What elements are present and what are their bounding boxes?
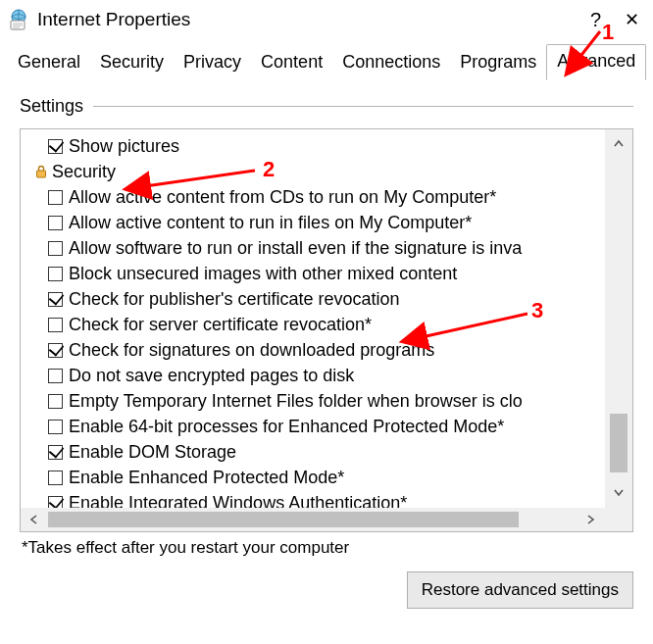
setting-label: Allow active content from CDs to run on … bbox=[69, 184, 496, 210]
setting-item[interactable]: Do not save encrypted pages to disk bbox=[30, 363, 603, 388]
setting-checkbox[interactable] bbox=[48, 318, 63, 332]
setting-item[interactable]: Check for signatures on downloaded progr… bbox=[30, 337, 603, 363]
settings-tree: Show picturesSecurityAllow active conten… bbox=[20, 128, 633, 532]
setting-checkbox[interactable] bbox=[48, 267, 63, 281]
setting-checkbox[interactable] bbox=[48, 241, 63, 256]
setting-item[interactable]: Enable 64-bit processes for Enhanced Pro… bbox=[30, 414, 603, 439]
setting-label: Enable DOM Storage bbox=[69, 439, 236, 465]
close-button[interactable]: ✕ bbox=[619, 9, 645, 30]
setting-item[interactable]: Allow active content to run in files on … bbox=[30, 210, 603, 235]
setting-label: Check for server certificate revocation* bbox=[69, 312, 372, 337]
setting-label: Show pictures bbox=[69, 133, 179, 159]
setting-checkbox[interactable] bbox=[48, 139, 63, 154]
horizontal-scrollbar[interactable] bbox=[21, 508, 605, 531]
tab-strip: GeneralSecurityPrivacyContentConnections… bbox=[8, 43, 645, 80]
tab-general[interactable]: General bbox=[8, 46, 90, 80]
setting-checkbox[interactable] bbox=[48, 190, 63, 205]
scroll-up-button[interactable] bbox=[605, 129, 632, 159]
tab-privacy[interactable]: Privacy bbox=[174, 46, 251, 80]
scroll-right-button[interactable] bbox=[578, 508, 605, 531]
setting-label: Check for signatures on downloaded progr… bbox=[69, 337, 434, 363]
setting-label: Enable Enhanced Protected Mode* bbox=[69, 465, 344, 490]
setting-label: Enable Integrated Windows Authentication… bbox=[69, 490, 407, 508]
setting-item[interactable]: Enable DOM Storage bbox=[30, 439, 603, 465]
setting-checkbox[interactable] bbox=[48, 445, 63, 460]
restore-advanced-settings-button[interactable]: Restore advanced settings bbox=[407, 571, 633, 609]
tab-connections[interactable]: Connections bbox=[332, 46, 450, 80]
setting-label: Enable 64-bit processes for Enhanced Pro… bbox=[69, 414, 504, 439]
lock-icon bbox=[34, 165, 48, 178]
scrollbar-corner bbox=[605, 508, 632, 531]
setting-checkbox[interactable] bbox=[48, 394, 63, 409]
setting-checkbox[interactable] bbox=[48, 369, 63, 383]
setting-checkbox[interactable] bbox=[48, 343, 63, 358]
setting-label: Allow active content to run in files on … bbox=[69, 210, 472, 235]
setting-item[interactable]: Allow software to run or install even if… bbox=[30, 235, 603, 261]
settings-group-title: Settings bbox=[20, 96, 93, 117]
setting-item[interactable]: Enable Enhanced Protected Mode* bbox=[30, 465, 603, 490]
window-title: Internet Properties bbox=[37, 9, 590, 30]
setting-label: Block unsecured images with other mixed … bbox=[69, 261, 457, 286]
setting-label: Empty Temporary Internet Files folder wh… bbox=[69, 388, 523, 414]
internet-options-icon bbox=[8, 9, 29, 30]
setting-label: Do not save encrypted pages to disk bbox=[69, 363, 354, 388]
setting-item[interactable]: Empty Temporary Internet Files folder wh… bbox=[30, 388, 603, 414]
vertical-scroll-thumb[interactable] bbox=[610, 414, 628, 472]
tab-advanced[interactable]: Advanced bbox=[546, 44, 646, 80]
setting-item[interactable]: Show pictures bbox=[30, 133, 603, 159]
setting-checkbox[interactable] bbox=[48, 471, 63, 485]
tab-content[interactable]: Content bbox=[251, 46, 332, 80]
restart-note: *Takes effect after you restart your com… bbox=[22, 538, 633, 558]
setting-item[interactable]: Check for server certificate revocation* bbox=[30, 312, 603, 337]
svg-rect-5 bbox=[37, 171, 46, 177]
tab-programs[interactable]: Programs bbox=[450, 46, 546, 80]
setting-item[interactable]: Allow active content from CDs to run on … bbox=[30, 184, 603, 210]
settings-group: Settings Show picturesSecurityAllow acti… bbox=[20, 96, 633, 609]
group-divider bbox=[93, 106, 633, 107]
scroll-down-button[interactable] bbox=[605, 478, 632, 508]
setting-item[interactable]: Block unsecured images with other mixed … bbox=[30, 261, 603, 286]
category-label: Security bbox=[52, 159, 116, 184]
setting-checkbox[interactable] bbox=[48, 420, 63, 434]
setting-label: Allow software to run or install even if… bbox=[69, 235, 522, 261]
setting-item[interactable]: Enable Integrated Windows Authentication… bbox=[30, 490, 603, 508]
horizontal-scroll-thumb[interactable] bbox=[48, 512, 519, 527]
setting-label: Check for publisher's certificate revoca… bbox=[69, 286, 400, 312]
setting-checkbox[interactable] bbox=[48, 496, 63, 509]
help-button[interactable]: ? bbox=[590, 9, 601, 31]
titlebar: Internet Properties ? ✕ bbox=[0, 0, 653, 39]
tab-security[interactable]: Security bbox=[90, 46, 174, 80]
setting-item[interactable]: Check for publisher's certificate revoca… bbox=[30, 286, 603, 312]
setting-checkbox[interactable] bbox=[48, 216, 63, 230]
setting-checkbox[interactable] bbox=[48, 292, 63, 307]
vertical-scrollbar[interactable] bbox=[605, 129, 632, 508]
scroll-left-button[interactable] bbox=[21, 508, 48, 531]
category-security: Security bbox=[30, 159, 603, 184]
